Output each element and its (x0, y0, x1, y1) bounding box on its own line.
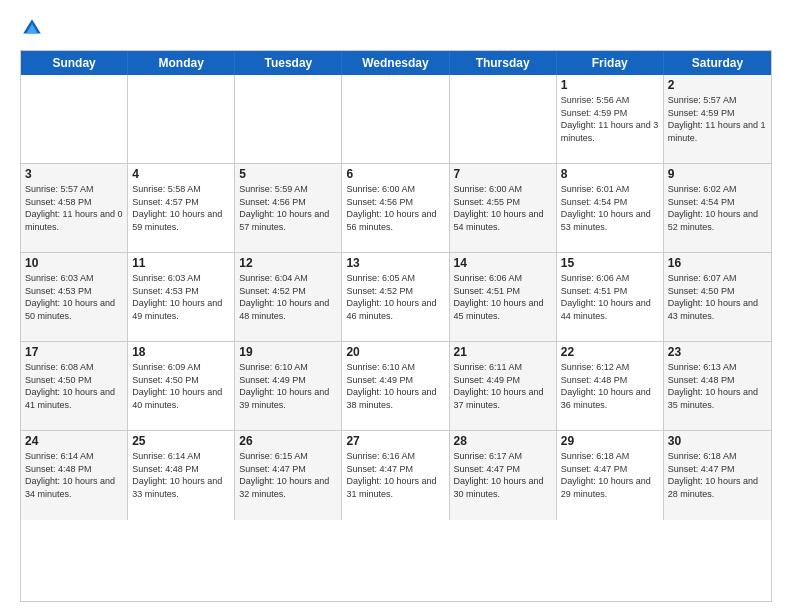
cell-date: 14 (454, 256, 552, 270)
cell-info: Sunrise: 6:00 AMSunset: 4:55 PMDaylight:… (454, 183, 552, 233)
calendar-cell: 2Sunrise: 5:57 AMSunset: 4:59 PMDaylight… (664, 75, 771, 163)
cell-date: 12 (239, 256, 337, 270)
cell-date: 10 (25, 256, 123, 270)
cell-info: Sunrise: 6:14 AMSunset: 4:48 PMDaylight:… (25, 450, 123, 500)
cell-date: 11 (132, 256, 230, 270)
day-header-friday: Friday (557, 51, 664, 75)
cell-info: Sunrise: 6:02 AMSunset: 4:54 PMDaylight:… (668, 183, 767, 233)
cell-date: 6 (346, 167, 444, 181)
cell-date: 26 (239, 434, 337, 448)
cell-date: 3 (25, 167, 123, 181)
cell-info: Sunrise: 6:13 AMSunset: 4:48 PMDaylight:… (668, 361, 767, 411)
day-header-tuesday: Tuesday (235, 51, 342, 75)
calendar-cell: 15Sunrise: 6:06 AMSunset: 4:51 PMDayligh… (557, 253, 664, 341)
cell-info: Sunrise: 5:57 AMSunset: 4:59 PMDaylight:… (668, 94, 767, 144)
calendar-cell: 18Sunrise: 6:09 AMSunset: 4:50 PMDayligh… (128, 342, 235, 430)
calendar-cell: 3Sunrise: 5:57 AMSunset: 4:58 PMDaylight… (21, 164, 128, 252)
cell-info: Sunrise: 6:15 AMSunset: 4:47 PMDaylight:… (239, 450, 337, 500)
calendar-cell: 1Sunrise: 5:56 AMSunset: 4:59 PMDaylight… (557, 75, 664, 163)
cell-date: 7 (454, 167, 552, 181)
calendar-header: SundayMondayTuesdayWednesdayThursdayFrid… (21, 51, 771, 75)
calendar-cell: 23Sunrise: 6:13 AMSunset: 4:48 PMDayligh… (664, 342, 771, 430)
day-header-monday: Monday (128, 51, 235, 75)
cell-date: 24 (25, 434, 123, 448)
calendar-week-1: 1Sunrise: 5:56 AMSunset: 4:59 PMDaylight… (21, 75, 771, 164)
cell-info: Sunrise: 6:11 AMSunset: 4:49 PMDaylight:… (454, 361, 552, 411)
calendar-week-2: 3Sunrise: 5:57 AMSunset: 4:58 PMDaylight… (21, 164, 771, 253)
calendar-cell: 5Sunrise: 5:59 AMSunset: 4:56 PMDaylight… (235, 164, 342, 252)
cell-info: Sunrise: 5:59 AMSunset: 4:56 PMDaylight:… (239, 183, 337, 233)
day-header-saturday: Saturday (664, 51, 771, 75)
cell-date: 4 (132, 167, 230, 181)
cell-date: 16 (668, 256, 767, 270)
cell-info: Sunrise: 6:03 AMSunset: 4:53 PMDaylight:… (132, 272, 230, 322)
cell-date: 5 (239, 167, 337, 181)
calendar-cell: 25Sunrise: 6:14 AMSunset: 4:48 PMDayligh… (128, 431, 235, 520)
calendar-cell: 17Sunrise: 6:08 AMSunset: 4:50 PMDayligh… (21, 342, 128, 430)
calendar-cell (21, 75, 128, 163)
cell-date: 22 (561, 345, 659, 359)
calendar-cell: 14Sunrise: 6:06 AMSunset: 4:51 PMDayligh… (450, 253, 557, 341)
header (20, 16, 772, 40)
cell-info: Sunrise: 5:57 AMSunset: 4:58 PMDaylight:… (25, 183, 123, 233)
cell-info: Sunrise: 6:00 AMSunset: 4:56 PMDaylight:… (346, 183, 444, 233)
calendar-week-5: 24Sunrise: 6:14 AMSunset: 4:48 PMDayligh… (21, 431, 771, 520)
calendar-cell: 30Sunrise: 6:18 AMSunset: 4:47 PMDayligh… (664, 431, 771, 520)
logo (20, 16, 48, 40)
calendar-cell: 22Sunrise: 6:12 AMSunset: 4:48 PMDayligh… (557, 342, 664, 430)
cell-info: Sunrise: 6:04 AMSunset: 4:52 PMDaylight:… (239, 272, 337, 322)
calendar-body: 1Sunrise: 5:56 AMSunset: 4:59 PMDaylight… (21, 75, 771, 520)
cell-date: 13 (346, 256, 444, 270)
cell-date: 20 (346, 345, 444, 359)
cell-info: Sunrise: 6:16 AMSunset: 4:47 PMDaylight:… (346, 450, 444, 500)
cell-info: Sunrise: 6:09 AMSunset: 4:50 PMDaylight:… (132, 361, 230, 411)
calendar-cell: 16Sunrise: 6:07 AMSunset: 4:50 PMDayligh… (664, 253, 771, 341)
cell-date: 19 (239, 345, 337, 359)
cell-date: 15 (561, 256, 659, 270)
calendar-cell: 26Sunrise: 6:15 AMSunset: 4:47 PMDayligh… (235, 431, 342, 520)
calendar-cell: 28Sunrise: 6:17 AMSunset: 4:47 PMDayligh… (450, 431, 557, 520)
cell-info: Sunrise: 5:56 AMSunset: 4:59 PMDaylight:… (561, 94, 659, 144)
cell-date: 18 (132, 345, 230, 359)
calendar-cell: 7Sunrise: 6:00 AMSunset: 4:55 PMDaylight… (450, 164, 557, 252)
cell-info: Sunrise: 6:17 AMSunset: 4:47 PMDaylight:… (454, 450, 552, 500)
calendar-cell (128, 75, 235, 163)
cell-info: Sunrise: 6:08 AMSunset: 4:50 PMDaylight:… (25, 361, 123, 411)
calendar-cell: 29Sunrise: 6:18 AMSunset: 4:47 PMDayligh… (557, 431, 664, 520)
cell-date: 17 (25, 345, 123, 359)
cell-info: Sunrise: 6:06 AMSunset: 4:51 PMDaylight:… (454, 272, 552, 322)
cell-info: Sunrise: 6:14 AMSunset: 4:48 PMDaylight:… (132, 450, 230, 500)
cell-info: Sunrise: 6:10 AMSunset: 4:49 PMDaylight:… (239, 361, 337, 411)
day-header-thursday: Thursday (450, 51, 557, 75)
calendar-cell (450, 75, 557, 163)
cell-info: Sunrise: 6:07 AMSunset: 4:50 PMDaylight:… (668, 272, 767, 322)
cell-date: 21 (454, 345, 552, 359)
calendar-cell: 11Sunrise: 6:03 AMSunset: 4:53 PMDayligh… (128, 253, 235, 341)
calendar-cell: 9Sunrise: 6:02 AMSunset: 4:54 PMDaylight… (664, 164, 771, 252)
calendar-cell: 13Sunrise: 6:05 AMSunset: 4:52 PMDayligh… (342, 253, 449, 341)
cell-info: Sunrise: 6:03 AMSunset: 4:53 PMDaylight:… (25, 272, 123, 322)
cell-date: 1 (561, 78, 659, 92)
cell-date: 23 (668, 345, 767, 359)
day-header-sunday: Sunday (21, 51, 128, 75)
cell-date: 30 (668, 434, 767, 448)
cell-info: Sunrise: 6:18 AMSunset: 4:47 PMDaylight:… (561, 450, 659, 500)
day-header-wednesday: Wednesday (342, 51, 449, 75)
logo-icon (20, 16, 44, 40)
cell-date: 29 (561, 434, 659, 448)
cell-date: 2 (668, 78, 767, 92)
cell-info: Sunrise: 6:12 AMSunset: 4:48 PMDaylight:… (561, 361, 659, 411)
calendar-week-3: 10Sunrise: 6:03 AMSunset: 4:53 PMDayligh… (21, 253, 771, 342)
calendar-cell: 21Sunrise: 6:11 AMSunset: 4:49 PMDayligh… (450, 342, 557, 430)
calendar-cell: 10Sunrise: 6:03 AMSunset: 4:53 PMDayligh… (21, 253, 128, 341)
calendar-cell: 24Sunrise: 6:14 AMSunset: 4:48 PMDayligh… (21, 431, 128, 520)
calendar: SundayMondayTuesdayWednesdayThursdayFrid… (20, 50, 772, 602)
calendar-cell: 19Sunrise: 6:10 AMSunset: 4:49 PMDayligh… (235, 342, 342, 430)
cell-date: 25 (132, 434, 230, 448)
calendar-cell (342, 75, 449, 163)
cell-info: Sunrise: 5:58 AMSunset: 4:57 PMDaylight:… (132, 183, 230, 233)
cell-info: Sunrise: 6:10 AMSunset: 4:49 PMDaylight:… (346, 361, 444, 411)
cell-info: Sunrise: 6:05 AMSunset: 4:52 PMDaylight:… (346, 272, 444, 322)
cell-info: Sunrise: 6:18 AMSunset: 4:47 PMDaylight:… (668, 450, 767, 500)
cell-info: Sunrise: 6:01 AMSunset: 4:54 PMDaylight:… (561, 183, 659, 233)
